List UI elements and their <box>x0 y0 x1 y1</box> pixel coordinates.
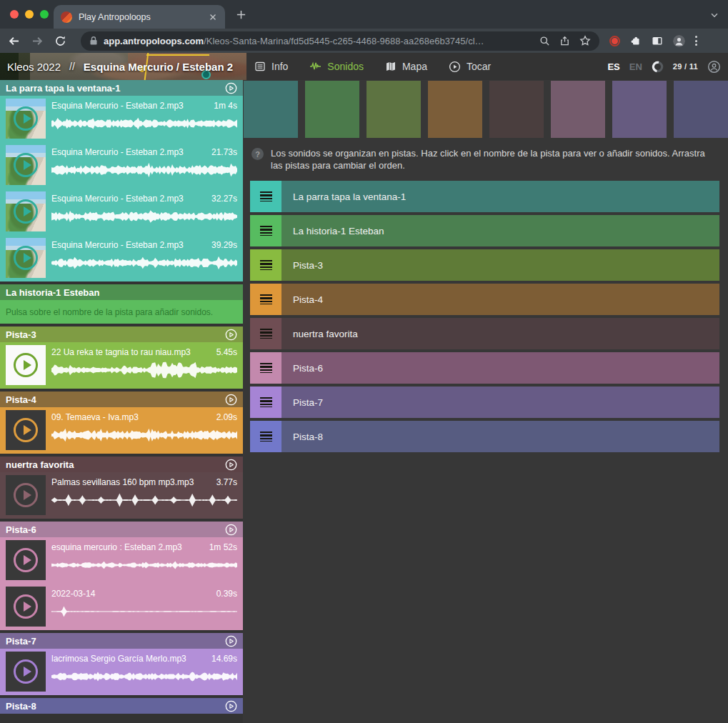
new-tab-button[interactable] <box>236 9 246 20</box>
clip-play-icon[interactable] <box>14 594 38 619</box>
clip-thumbnail[interactable] <box>6 145 46 185</box>
side-panel-icon[interactable] <box>652 35 663 46</box>
zoom-icon[interactable] <box>539 36 550 46</box>
clip-thumbnail[interactable] <box>6 652 46 692</box>
clip-thumbnail[interactable] <box>6 587 46 627</box>
track-row-bar[interactable]: Pista-3 <box>281 249 719 281</box>
sound-clip[interactable]: Esquina Mercurio - Esteban 2.mp321.73s <box>0 142 243 189</box>
track-play-button[interactable] <box>225 82 237 94</box>
track-color-swatch <box>674 81 728 138</box>
drag-handle[interactable] <box>250 284 281 315</box>
clip-thumbnail[interactable] <box>6 345 46 385</box>
clip-play-icon[interactable] <box>14 548 38 572</box>
sidebar-track: La parra tapa la ventana-1Esquina Mercur… <box>0 80 243 281</box>
tab-search-chevron-icon[interactable] <box>709 10 719 20</box>
sound-clip[interactable]: Esquina Mercurio - Esteban 2.mp31m 4s <box>0 96 243 142</box>
track-row-bar[interactable]: Pista-8 <box>281 421 719 452</box>
nav-tab-info[interactable]: Info <box>254 61 288 72</box>
track-play-button[interactable] <box>225 524 237 536</box>
clip-play-icon[interactable] <box>14 153 38 177</box>
track-row-bar[interactable]: La historia-1 Esteban <box>281 215 719 246</box>
clip-play-icon[interactable] <box>14 353 38 377</box>
clip-thumbnail[interactable] <box>6 410 46 450</box>
sidebar-track-header[interactable]: nuertra favorita <box>0 457 243 472</box>
sound-clip[interactable]: 22 Ua reka te tagnia to rau niau.mp35.45… <box>0 342 243 389</box>
clip-play-icon[interactable] <box>14 246 38 270</box>
sound-clip[interactable]: 2022-03-140.39s <box>0 584 243 630</box>
forward-button[interactable] <box>31 34 44 48</box>
fullscreen-window-button[interactable] <box>40 10 49 19</box>
minimize-window-button[interactable] <box>25 10 34 19</box>
track-row[interactable]: La parra tapa la ventana-1 <box>250 181 719 212</box>
browser-tab-strip: Play Antropoloops <box>0 0 728 29</box>
breadcrumb-project[interactable]: Kleos 2022 <box>7 61 61 73</box>
track-play-button[interactable] <box>225 700 237 712</box>
account-icon[interactable] <box>707 60 721 74</box>
track-row-bar[interactable]: nuertra favorita <box>281 318 719 349</box>
clip-thumbnail[interactable] <box>6 540 46 580</box>
track-row-bar[interactable]: Pista-7 <box>281 387 719 418</box>
nav-tab-sonidos[interactable]: Sonidos <box>309 61 364 72</box>
back-button[interactable] <box>7 34 21 48</box>
drag-handle[interactable] <box>250 249 281 281</box>
extensions-puzzle-icon[interactable] <box>630 35 642 46</box>
clip-play-icon[interactable] <box>14 483 38 507</box>
sidebar-track-header[interactable]: Pista-4 <box>0 392 243 407</box>
track-play-button[interactable] <box>225 394 237 406</box>
sound-clip[interactable]: lacrimosa Sergio García Merlo.mp314.69s <box>0 649 243 695</box>
sound-clip[interactable]: Palmas sevillanas 160 bpm mp3.mp33.77s <box>0 472 243 519</box>
nav-tab-mapa[interactable]: Mapa <box>385 61 427 72</box>
drag-handle[interactable] <box>250 318 281 349</box>
track-row-bar[interactable]: Pista-4 <box>281 284 719 315</box>
browser-menu-icon[interactable] <box>695 36 697 46</box>
clip-thumbnail[interactable] <box>6 238 46 278</box>
close-window-button[interactable] <box>10 10 19 19</box>
share-icon[interactable] <box>559 36 570 46</box>
track-row[interactable]: Pista-3 <box>250 249 719 281</box>
sound-clip[interactable]: Esquina Mercurio - Esteban 2.mp332.27s <box>0 189 243 235</box>
bookmark-star-icon[interactable] <box>579 35 591 46</box>
clip-play-icon[interactable] <box>14 659 38 684</box>
sidebar-track-header[interactable]: Pista-3 <box>0 326 243 342</box>
clip-thumbnail[interactable] <box>6 99 46 139</box>
track-play-button[interactable] <box>225 459 237 471</box>
clip-play-icon[interactable] <box>14 418 38 442</box>
language-en[interactable]: EN <box>629 61 642 72</box>
sidebar-track-header[interactable]: La parra tapa la ventana-1 <box>0 80 243 96</box>
track-row[interactable]: nuertra favorita <box>250 318 719 349</box>
drag-handle[interactable] <box>250 387 281 418</box>
sound-clip[interactable]: esquina mercurio : Esteban 2.mp31m 52s <box>0 537 243 584</box>
clip-play-icon[interactable] <box>14 106 38 131</box>
recording-indicator-icon[interactable] <box>609 36 620 46</box>
sound-clip[interactable]: 09. Temaeva - Iva.mp32.09s <box>0 407 243 454</box>
track-row-bar[interactable]: La parra tapa la ventana-1 <box>281 181 719 212</box>
track-row-bar[interactable]: Pista-6 <box>281 352 719 384</box>
sound-clip[interactable]: Esquina Mercurio - Esteban 2.mp339.29s <box>0 235 243 281</box>
sidebar-track-header[interactable]: Pista-6 <box>0 522 243 537</box>
drag-handle[interactable] <box>250 181 281 212</box>
clip-play-icon[interactable] <box>14 199 38 224</box>
track-play-button[interactable] <box>225 329 237 341</box>
track-row[interactable]: Pista-7 <box>250 387 719 418</box>
sidebar-track-header[interactable]: Pista-8 <box>0 698 243 714</box>
reload-button[interactable] <box>54 35 66 47</box>
tab-close-icon[interactable] <box>208 12 218 22</box>
lock-icon[interactable] <box>89 36 98 46</box>
sidebar-track-header[interactable]: La historia-1 Esteban <box>0 284 243 300</box>
track-row[interactable]: Pista-8 <box>250 421 719 452</box>
drag-handle[interactable] <box>250 352 281 384</box>
clip-thumbnail[interactable] <box>6 475 46 515</box>
nav-tab-tocar[interactable]: Tocar <box>449 61 491 73</box>
track-row[interactable]: Pista-4 <box>250 284 719 315</box>
profile-avatar[interactable] <box>673 35 685 47</box>
sidebar-track-header[interactable]: Pista-7 <box>0 633 243 649</box>
track-row[interactable]: La historia-1 Esteban <box>250 215 719 246</box>
track-row[interactable]: Pista-6 <box>250 352 719 384</box>
clip-thumbnail[interactable] <box>6 191 46 231</box>
language-es[interactable]: ES <box>607 61 619 72</box>
browser-tab[interactable]: Play Antropoloops <box>54 5 225 29</box>
drag-handle[interactable] <box>250 215 281 246</box>
drag-handle[interactable] <box>250 421 281 452</box>
track-play-button[interactable] <box>225 635 237 647</box>
address-bar[interactable]: app.antropoloops.com/Kleos-Santa-Marina/… <box>81 31 599 51</box>
